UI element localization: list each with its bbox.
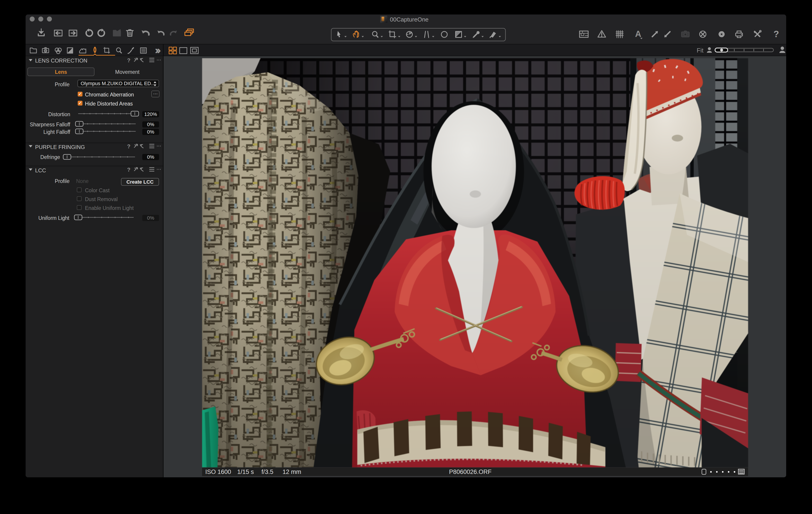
svg-text:Fit: Fit — [697, 47, 703, 54]
svg-text:?: ? — [127, 167, 130, 173]
svg-text:A: A — [635, 29, 641, 39]
svg-text:?: ? — [127, 57, 130, 63]
svg-text:?: ? — [127, 143, 130, 149]
svg-text:»: » — [155, 45, 161, 55]
svg-text:?: ? — [774, 29, 779, 39]
